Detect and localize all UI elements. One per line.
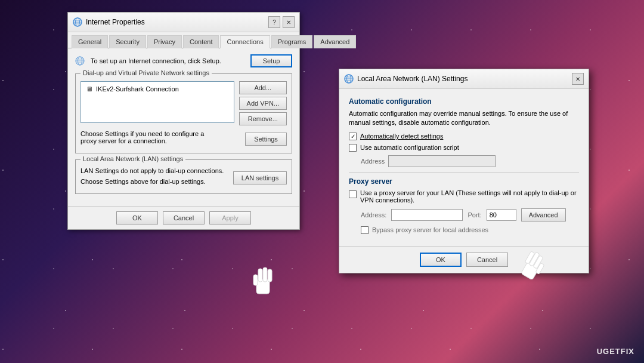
auto-script-checkbox[interactable] [349,144,357,152]
apply-button[interactable]: Apply [209,211,251,224]
auto-detect-label: Automatically detect settings [360,133,443,140]
settings-button[interactable]: Settings [245,133,287,146]
tab-advanced[interactable]: Advanced [314,35,356,48]
add-vpn-button[interactable]: Add VPN... [239,97,287,110]
proxy-row: Use a proxy server for your LAN (These s… [349,189,579,204]
lan-settings-dialog: Local Area Network (LAN) Settings ✕ Auto… [339,69,589,273]
setup-text: To set up an Internet connection, click … [91,57,244,64]
ok-button[interactable]: OK [116,211,158,224]
lan-text2: Choose Settings above for dial-up settin… [80,178,224,185]
internet-properties-title: Internet Properties [86,18,145,26]
internet-properties-bottom: OK Cancel Apply [68,206,299,229]
lan-ok-button[interactable]: OK [420,253,462,267]
tab-programs[interactable]: Programs [271,35,313,48]
tab-bar: General Security Privacy Content Connect… [68,32,299,48]
lan-cancel-button[interactable]: Cancel [466,253,508,267]
lan-text1: LAN Settings do not apply to dial-up con… [80,167,224,174]
svg-rect-14 [253,275,258,285]
add-button[interactable]: Add... [239,81,287,94]
proxy-use-label: Use a proxy server for your LAN (These s… [360,189,579,204]
auto-detect-checkbox[interactable]: ✓ [349,133,357,140]
remove-button[interactable]: Remove... [239,112,287,125]
address-label: Address [361,158,385,165]
setup-button[interactable]: Setup [250,54,292,67]
advanced-button[interactable]: Advanced [521,208,566,222]
addr-label: Address: [361,211,386,219]
auto-script-label: Use automatic configuration script [360,144,459,151]
auto-detect-row: ✓ Automatically detect settings [349,133,579,140]
dialup-item-label: IKEv2-Surfshark Connection [96,85,179,93]
internet-properties-titlebar: Internet Properties ? ✕ [68,13,299,32]
bypass-row: Bypass proxy server for local addresses [361,226,579,234]
tab-security[interactable]: Security [109,35,146,48]
lan-group-label: Local Area Network (LAN) settings [80,155,185,162]
bypass-checkbox[interactable] [361,226,369,234]
settings-hint: Choose Settings if you need to configure… [80,130,212,144]
connections-content: To set up an Internet connection, click … [68,48,299,206]
auto-config-desc: Automatic configuration may override man… [349,109,579,128]
dialup-group-label: Dial-up and Virtual Private Network sett… [80,69,212,76]
port-label: Port: [467,211,481,219]
connection-icon [75,56,85,66]
close-button[interactable]: ✕ [283,16,295,28]
internet-properties-dialog: Internet Properties ? ✕ General Security… [67,12,300,230]
proxy-checkbox[interactable] [349,190,357,198]
lan-close-button[interactable]: ✕ [572,73,584,85]
list-item: 🖥 IKEv2-Surfshark Connection [83,84,231,94]
svg-rect-12 [263,267,267,282]
tab-privacy[interactable]: Privacy [147,35,182,48]
svg-rect-11 [258,269,262,282]
help-button[interactable]: ? [268,16,280,28]
proxy-address-row: Address: Port: 80 Advanced [361,208,579,222]
address-row: Address [361,155,579,167]
lan-settings-button[interactable]: LAN settings [233,171,287,184]
divider [349,172,579,173]
bypass-label: Bypass proxy server for local addresses [372,226,488,233]
internet-properties-icon [73,17,82,27]
lan-content: Automatic configuration Automatic config… [339,89,589,246]
auto-config-header: Automatic configuration [349,97,579,106]
svg-rect-13 [268,269,272,282]
address-input[interactable] [388,155,496,167]
hand-cursor-1 [247,263,277,299]
lan-titlebar: Local Area Network (LAN) Settings ✕ [339,69,589,89]
lan-bottom: OK Cancel [339,246,589,273]
tab-connections[interactable]: Connections [220,35,270,48]
lan-icon [344,74,354,84]
svg-rect-10 [256,279,270,294]
dialup-group: Dial-up and Virtual Private Network sett… [75,73,292,153]
cancel-button[interactable]: Cancel [163,211,205,224]
proxy-addr-input[interactable] [391,209,463,221]
setup-row: To set up an Internet connection, click … [75,54,292,67]
dialup-item-icon: 🖥 [86,85,92,93]
tab-general[interactable]: General [72,35,108,48]
tab-content[interactable]: Content [183,35,219,48]
lan-title: Local Area Network (LAN) Settings [357,75,467,83]
port-input[interactable]: 80 [487,209,516,221]
auto-script-row: Use automatic configuration script [349,144,579,152]
proxy-header: Proxy server [349,177,579,186]
brand-label: UGETFIX [597,347,634,356]
lan-group: Local Area Network (LAN) settings LAN Se… [75,159,292,194]
dialup-list[interactable]: 🖥 IKEv2-Surfshark Connection [80,81,234,123]
